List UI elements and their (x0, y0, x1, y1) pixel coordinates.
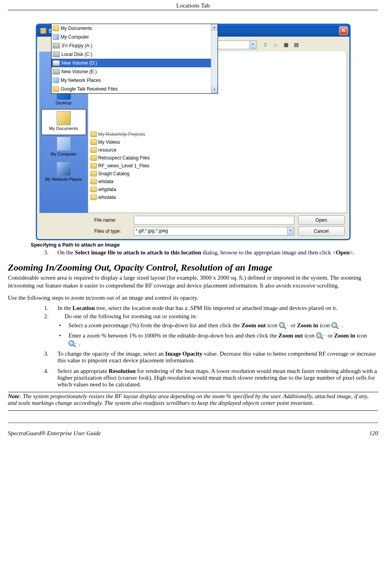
java-icon (40, 28, 46, 34)
list-item-label: RF_views_Level 1_Files (98, 163, 150, 169)
place-label: Desktop (55, 100, 71, 105)
folder-icon (90, 132, 97, 137)
filetype-label: Files of type: (94, 228, 130, 234)
text: or (289, 322, 297, 328)
filetype-value: *.gif,*.jpg,*.jpeg (136, 228, 168, 234)
list-item[interactable]: whgdata (88, 185, 347, 193)
dropdown-label: My Computer (61, 34, 89, 40)
dropdown-label: My Documents (61, 26, 92, 31)
network-icon (57, 162, 71, 176)
text: To change the opacity of the image, sele… (57, 351, 165, 357)
dropdown-label: Google Talk Received Files (61, 86, 118, 92)
list-item-label: My Videos (98, 139, 120, 145)
list-item-label: whxdata (98, 195, 116, 200)
zoom-out-icon (279, 322, 289, 330)
list-item-label: resource (98, 147, 117, 153)
filename-input[interactable] (134, 216, 294, 224)
text: icon (318, 322, 331, 328)
list-item[interactable]: My RoboHelp Projects (88, 130, 347, 138)
folder-icon (90, 155, 97, 161)
bullet-item: • Select a zoom percentage (%) from the … (59, 322, 378, 330)
zoom-out-icon (316, 332, 326, 340)
dropdown-label: My Network Places (61, 78, 101, 83)
list-item[interactable]: whxdata (88, 193, 347, 201)
file-dialog: Select image file to attach to this loca… (36, 24, 351, 240)
divider (8, 410, 378, 411)
scroll-down-icon[interactable]: ▼ (211, 87, 218, 93)
drive-icon (53, 52, 60, 57)
scroll-up-icon[interactable]: ▲ (211, 24, 218, 31)
list-item-label: whdata (98, 179, 114, 184)
text: Do one of the following for zooming out … (57, 313, 197, 320)
home-icon[interactable]: ⌂ (271, 41, 280, 49)
figure-caption: Specifying a Path to attach an Image (31, 242, 378, 248)
dropdown-item[interactable]: My Documents (52, 24, 218, 33)
text-bold: Resolution (109, 368, 135, 374)
footer-left: SpectraGuard® Enterprise User Guide (8, 430, 101, 437)
dropdown-item[interactable]: New Volume (E:) (52, 67, 218, 76)
text: . (342, 322, 343, 328)
drive-icon (53, 69, 60, 74)
list-item-label: whgdata (98, 187, 116, 192)
text: icon (266, 322, 279, 328)
place-label: My Computer (50, 152, 76, 156)
network-icon (53, 78, 59, 83)
cancel-button[interactable]: Cancel (298, 226, 345, 236)
dropdown-label: Local Disk (C:) (61, 52, 92, 57)
text-bold: Select image file to attach to attach to… (75, 249, 201, 256)
close-icon[interactable]: ✕ (339, 26, 348, 35)
lookin-dropdown[interactable]: My Documents My Computer 3½ Floppy (A:) … (51, 24, 218, 94)
up-icon[interactable]: ⇧ (261, 41, 270, 49)
dropdown-item-selected[interactable]: New Volume (D:) (52, 59, 218, 67)
list-item[interactable]: SnagIt Catalog (88, 170, 347, 178)
text-bold: Zoom in (334, 332, 355, 339)
folder-icon (90, 163, 97, 169)
dropdown-item[interactable]: 3½ Floppy (A:) (52, 41, 218, 50)
list-item[interactable]: resource (88, 146, 347, 154)
floppy-icon (53, 43, 60, 48)
divider (8, 423, 378, 423)
open-button[interactable]: Open (298, 215, 345, 225)
dropdown-item[interactable]: My Computer (52, 33, 218, 41)
dropdown-item[interactable]: My Network Places (52, 76, 218, 85)
paragraph: Considerable screen area is required to … (8, 274, 378, 290)
text: In the (57, 305, 72, 311)
bullet-item: • Enter a zoom % between 1% to 1000% in … (59, 332, 378, 348)
filetype-combo[interactable]: *.gif,*.jpg,*.jpeg ▼ (134, 227, 294, 236)
page-number: 120 (369, 430, 379, 437)
mycomputer-icon (57, 137, 71, 151)
list-item-label: Retrospect Catalog Files (98, 155, 150, 161)
view-icon[interactable]: ▤ (292, 41, 301, 49)
text: Select a zoom percentage (%) from the dr… (68, 322, 241, 328)
place-network[interactable]: My Network Places (41, 160, 86, 185)
new-folder-icon[interactable]: ▦ (282, 41, 290, 49)
dropdown-item[interactable]: Google Talk Received Files (52, 85, 218, 93)
place-mycomputer[interactable]: My Computer (41, 135, 86, 160)
folder-icon (90, 171, 97, 176)
text: icon (355, 332, 367, 339)
zoom-in-icon (331, 322, 342, 330)
list-item[interactable]: Retrospect Catalog Files (88, 154, 347, 162)
zoom-in-icon (68, 340, 79, 348)
text-bold: Zoom in (297, 322, 318, 328)
place-mydocs[interactable]: My Documents (41, 109, 86, 135)
list-item[interactable]: RF_views_Level 1_Files (88, 162, 347, 170)
paragraph: Use the following steps to zoom in/zoom … (8, 294, 378, 302)
text: tree, select the location node that has … (95, 305, 337, 311)
mycomputer-icon (53, 34, 59, 40)
step-4: 4. Select an appropriate Resolution for … (44, 368, 378, 388)
scrollbar[interactable]: ▲ ▼ (211, 24, 218, 93)
section-heading: Zooming In/Zooming Out, Opacity Control,… (8, 262, 378, 273)
folder-icon (90, 179, 97, 184)
dropdown-item[interactable]: Local Disk (C:) (52, 50, 218, 59)
folder-icon (90, 195, 97, 200)
dropdown-label: New Volume (D:) (61, 60, 97, 66)
page-footer: SpectraGuard® Enterprise User Guide 120 (8, 430, 378, 437)
chevron-down-icon[interactable]: ▼ (249, 41, 256, 49)
list-item[interactable]: whdata (88, 178, 347, 185)
list-item[interactable]: My Videos (88, 138, 347, 146)
page-header: Locations Tab (8, 2, 378, 10)
chevron-down-icon[interactable]: ▼ (287, 227, 294, 235)
divider (8, 392, 378, 392)
text: . (79, 340, 80, 347)
